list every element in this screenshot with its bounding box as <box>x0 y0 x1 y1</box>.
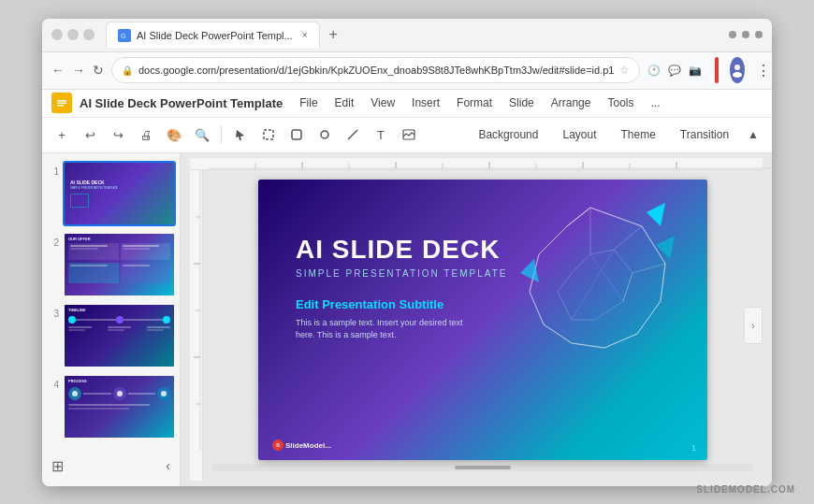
menu-arrange[interactable]: Arrange <box>544 94 599 112</box>
toolbar-right: Background Layout Theme Transition ▲ <box>467 124 764 145</box>
toolbar-cursor-btn[interactable] <box>228 122 253 147</box>
toolbar-circle-btn[interactable] <box>313 122 337 147</box>
scrollbar-thumb[interactable] <box>455 466 511 469</box>
toolbar-print-btn[interactable]: 🖨 <box>134 122 158 147</box>
browser-menu-btn[interactable]: ⋮ <box>752 60 772 81</box>
grid-view-icon[interactable]: ⊞ <box>51 457 64 475</box>
min-icon[interactable] <box>729 31 736 38</box>
slide-canvas[interactable]: AI SLIDE DECK SIMPLE PRESENTATION TEMPLA… <box>258 180 707 460</box>
toolbar-collapse-btn[interactable]: ▲ <box>742 126 764 143</box>
slideshow-btn-group[interactable]: Slideshow ▾ <box>715 57 719 83</box>
close-icon[interactable] <box>755 31 763 38</box>
svg-rect-7 <box>57 105 64 107</box>
maximize-btn[interactable] <box>67 29 79 40</box>
slide-thumbnail-4[interactable]: PROCESS <box>63 374 176 439</box>
toolbar: + ↩ ↪ 🖨 🎨 🔍 T <box>42 118 772 153</box>
svg-line-47 <box>614 250 632 273</box>
toolbar-image-btn[interactable] <box>397 122 421 147</box>
toolbar-text-btn[interactable]: T <box>369 122 393 147</box>
toolbar-zoom-btn[interactable]: 🔍 <box>190 122 214 147</box>
back-btn[interactable]: ← <box>51 59 65 81</box>
toolbar-add-btn[interactable]: + <box>50 122 74 147</box>
svg-point-3 <box>733 72 742 78</box>
svg-rect-9 <box>292 130 301 139</box>
svg-line-11 <box>348 130 357 139</box>
collapse-panel-btn[interactable]: ‹ <box>166 458 170 473</box>
layout-btn[interactable]: Layout <box>551 124 607 145</box>
close-window-btn[interactable] <box>83 29 94 40</box>
editor-body: AI SLIDE DECK SIMPLE PRESENTATION TEMPLA… <box>190 170 763 481</box>
toolbar-divider-1 <box>221 125 222 144</box>
tab-close-btn[interactable]: × <box>302 30 308 40</box>
active-tab[interactable]: G AI Slide Deck PowerPoint Templ... × <box>106 22 320 48</box>
address-bar[interactable]: 🔒 docs.google.com/presentation/d/1ejGbki… <box>111 57 640 83</box>
slide-thumbnail-2[interactable]: OUR OFFER <box>63 232 176 297</box>
app-title: AI Slide Deck PowerPoint Template <box>80 96 283 110</box>
theme-btn[interactable]: Theme <box>610 124 667 145</box>
slide-thumbnail-1[interactable]: AI SLIDE DECK SIMPLE PRESENTATION TEMPLA… <box>63 161 176 226</box>
svg-line-42 <box>530 292 544 324</box>
max-icon[interactable] <box>742 31 749 38</box>
svg-line-54 <box>623 273 632 301</box>
refresh-btn[interactable]: ↻ <box>93 59 104 81</box>
minimize-btn[interactable] <box>51 29 63 40</box>
slide-number-4: 4 <box>46 380 59 390</box>
toolbar-redo-btn[interactable]: ↪ <box>106 122 130 147</box>
svg-line-39 <box>604 334 637 348</box>
menu-format[interactable]: Format <box>449 94 500 112</box>
menu-edit[interactable]: Edit <box>327 94 362 112</box>
tab-title: AI Slide Deck PowerPoint Templ... <box>137 30 293 41</box>
svg-point-10 <box>321 131 328 138</box>
window-controls <box>51 29 94 40</box>
history-icon[interactable]: 🕐 <box>647 59 661 81</box>
profile-btn[interactable] <box>730 57 745 83</box>
slideshow-button[interactable]: Slideshow <box>717 60 719 80</box>
new-tab-btn[interactable]: + <box>324 24 343 45</box>
slide-main-title: AI SLIDE DECK <box>296 236 507 265</box>
right-panel-toggle[interactable]: › <box>744 307 763 344</box>
menu-more[interactable]: ... <box>643 94 667 112</box>
forward-btn[interactable]: → <box>72 59 85 81</box>
svg-line-45 <box>567 208 590 226</box>
svg-marker-57 <box>647 203 665 226</box>
menu-view[interactable]: View <box>363 94 402 112</box>
svg-line-35 <box>614 226 642 250</box>
toolbar-undo-btn[interactable]: ↩ <box>78 122 102 147</box>
svg-line-50 <box>558 273 572 292</box>
horizontal-scrollbar[interactable] <box>212 464 753 471</box>
svg-rect-8 <box>264 130 273 139</box>
slide-item-2[interactable]: 2 OUR OFFER <box>46 232 176 297</box>
svg-text:G: G <box>121 33 125 39</box>
slide-thumbnail-3[interactable]: TIMELINE <box>63 303 176 368</box>
menu-file[interactable]: File <box>292 94 325 112</box>
menu-slide[interactable]: Slide <box>501 94 542 112</box>
brain-graphic <box>501 198 679 367</box>
address-bar-row: ← → ↻ 🔒 docs.google.com/presentation/d/1… <box>42 52 772 90</box>
transition-btn[interactable]: Transition <box>669 124 740 145</box>
background-btn[interactable]: Background <box>467 124 549 145</box>
svg-line-56 <box>572 250 614 320</box>
slide-item-1[interactable]: 1 AI SLIDE DECK SIMPLE PRESENTATION TEMP… <box>46 161 176 226</box>
slide-item-4[interactable]: 4 PROCESS <box>46 374 176 439</box>
logo-dot: S <box>272 439 283 451</box>
menu-insert[interactable]: Insert <box>404 94 447 112</box>
toolbar-select-btn[interactable] <box>256 122 281 147</box>
slide-page-number: 1 <box>691 443 696 453</box>
tab-favicon: G <box>118 29 131 42</box>
canvas-area: AI SLIDE DECK SIMPLE PRESENTATION TEMPLA… <box>203 170 763 481</box>
main-content: 1 AI SLIDE DECK SIMPLE PRESENTATION TEMP… <box>42 153 772 486</box>
menu-tools[interactable]: Tools <box>600 94 641 112</box>
toolbar-line-btn[interactable] <box>341 122 365 147</box>
lock-icon: 🔒 <box>122 65 133 76</box>
slide-text-content: AI SLIDE DECK SIMPLE PRESENTATION TEMPLA… <box>296 236 507 342</box>
slide-item-3[interactable]: 3 TIMELINE <box>46 303 176 368</box>
svg-line-37 <box>632 264 665 273</box>
ruler-vertical <box>190 170 203 481</box>
bookmark-icon[interactable]: ☆ <box>619 64 630 77</box>
svg-line-44 <box>539 226 567 254</box>
comment-icon[interactable]: 💬 <box>668 59 681 81</box>
toolbar-shape-btn[interactable] <box>284 122 309 147</box>
svg-line-49 <box>572 254 590 273</box>
toolbar-paint-btn[interactable]: 🎨 <box>162 122 186 147</box>
camera-icon[interactable]: 📷 <box>689 59 702 81</box>
